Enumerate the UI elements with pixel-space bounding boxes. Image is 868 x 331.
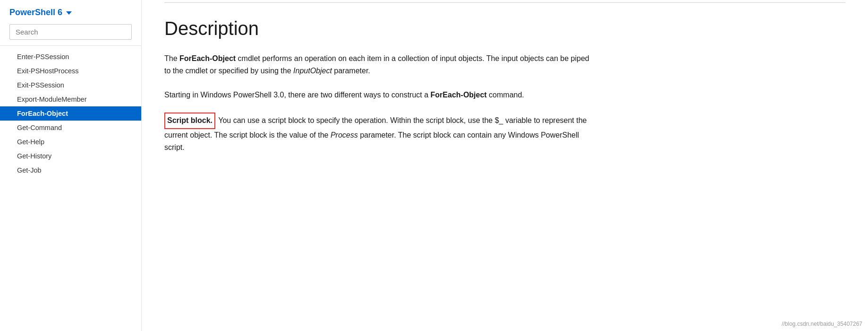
powershell-version-label: PowerShell 6 (9, 8, 62, 17)
powershell-version-selector[interactable]: PowerShell 6 (9, 8, 132, 17)
content-inner: Description The ForEach-Object cmdlet pe… (164, 3, 845, 154)
description-paragraph-2: Starting in Windows PowerShell 3.0, ther… (164, 89, 589, 101)
script-block-label: Script block. (167, 116, 213, 124)
para2-bold1: ForEach- (431, 91, 463, 99)
sidebar: PowerShell 6 Enter-PSSession Exit-PSHost… (0, 0, 142, 331)
script-block-paragraph: Script block. You can use a script block… (164, 113, 589, 154)
para2-text2: command. (487, 91, 524, 99)
para1-text3: parameter. (332, 67, 370, 75)
sidebar-item-get-job[interactable]: Get-Job (0, 163, 141, 177)
para2-bold2: Object (463, 91, 487, 99)
sidebar-item-export-modulemember[interactable]: Export-ModuleMember (0, 92, 141, 106)
sidebar-item-foreach-object[interactable]: ForEach-Object (0, 106, 141, 121)
para1-italic: InputObject (293, 67, 332, 75)
sidebar-item-exit-pssession[interactable]: Exit-PSSession (0, 78, 141, 92)
sidebar-item-exit-pshostprocess[interactable]: Exit-PSHostProcess (0, 64, 141, 78)
sidebar-item-get-command[interactable]: Get-Command (0, 121, 141, 135)
script-block-italic: Process (331, 131, 358, 139)
sidebar-item-get-help[interactable]: Get-Help (0, 135, 141, 149)
nav-list: Enter-PSSession Exit-PSHostProcess Exit-… (0, 46, 141, 181)
page-title: Description (164, 18, 845, 39)
description-paragraph-1: The ForEach-Object cmdlet performs an op… (164, 52, 589, 78)
para2-text1: Starting in Windows PowerShell 3.0, ther… (164, 91, 431, 99)
sidebar-item-enter-pssession[interactable]: Enter-PSSession (0, 50, 141, 64)
main-content: Description The ForEach-Object cmdlet pe… (142, 0, 868, 331)
sidebar-header: PowerShell 6 (0, 0, 141, 46)
sidebar-item-get-history[interactable]: Get-History (0, 149, 141, 163)
watermark: //blog.csdn.net/baidu_35407267 (782, 321, 862, 327)
script-block-highlight: Script block. (164, 113, 215, 129)
para1-text1: The (164, 54, 179, 62)
chevron-down-icon (66, 11, 72, 15)
para1-bold1: ForEach-Object (179, 54, 236, 62)
search-input[interactable] (9, 24, 132, 40)
